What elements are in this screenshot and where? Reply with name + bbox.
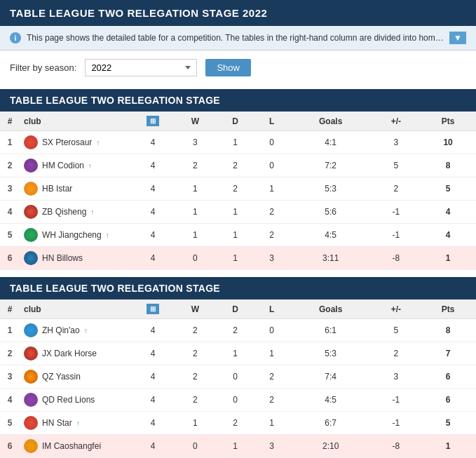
table-row: 5 WH Jiangcheng ↑ 4 1 1 2 4:5 -1 4 [0, 224, 476, 247]
col-diff: +/- [372, 112, 421, 131]
losses-cell: 1 [254, 342, 289, 365]
col-home-away2: ⊞ [132, 299, 174, 319]
club-name: HN Star [42, 418, 72, 428]
diff-cell: 2 [372, 177, 421, 201]
rank-cell: 4 [0, 389, 20, 412]
table-row: 1 ZH Qin'ao ↑ 4 2 2 0 6:1 5 8 [0, 319, 476, 342]
club-cell: SX Pterosaur ↑ [20, 131, 132, 154]
table-row: 6 IM Caoshangfei 4 0 1 3 2:10 -8 1 [0, 435, 476, 458]
matches-cell: 4 [132, 319, 174, 342]
club-icon [24, 251, 38, 265]
goals-cell: 5:3 [290, 177, 372, 201]
trend-icon: ↑ [76, 419, 80, 427]
matches-cell: 4 [132, 435, 174, 458]
draws-cell: 0 [217, 365, 254, 389]
col-club2: club [20, 299, 132, 319]
club-icon [24, 439, 38, 453]
draws-cell: 2 [217, 177, 254, 201]
rank-cell: 2 [0, 342, 20, 365]
matches-cell: 4 [132, 389, 174, 412]
club-cell: QZ Yassin [20, 365, 132, 389]
club-cell: ZB Qisheng ↑ [20, 201, 132, 224]
club-cell: ZH Qin'ao ↑ [20, 319, 132, 342]
draws-cell: 2 [217, 154, 254, 177]
pts-cell: 6 [420, 365, 476, 389]
trend-icon: ↑ [96, 139, 100, 147]
wins-cell: 2 [174, 389, 217, 412]
wins-cell: 0 [174, 247, 217, 270]
pts-cell: 5 [420, 412, 476, 435]
club-name: HM Codion [42, 161, 84, 170]
matches-cell: 4 [132, 131, 174, 154]
goals-cell: 4:5 [290, 389, 372, 412]
table-row: 5 HN Star ↑ 4 1 2 1 6:7 -1 5 [0, 412, 476, 435]
losses-cell: 2 [254, 389, 289, 412]
col-l2: L [254, 299, 289, 319]
trend-icon: ↑ [84, 327, 88, 335]
wins-cell: 3 [174, 131, 217, 154]
losses-cell: 0 [254, 154, 289, 177]
goals-cell: 4:1 [290, 131, 372, 154]
table-row: 6 HN Billows 4 0 1 3 3:11 -8 1 [0, 247, 476, 270]
goals-cell: 4:5 [290, 224, 372, 247]
wins-cell: 2 [174, 365, 217, 389]
goals-cell: 3:11 [290, 247, 372, 270]
pts-cell: 8 [420, 319, 476, 342]
goals-cell: 7:4 [290, 365, 372, 389]
diff-cell: -1 [372, 412, 421, 435]
club-icon [24, 323, 38, 337]
page-wrapper: TABLE LEAGUE TWO RELEGATION STAGE 2022 i… [0, 0, 476, 458]
show-button[interactable]: Show [205, 59, 251, 76]
goals-cell: 5:6 [290, 201, 372, 224]
section1-title: TABLE LEAGUE TWO RELEGATION STAGE [0, 89, 476, 112]
pts-cell: 4 [420, 224, 476, 247]
matches-cell: 4 [132, 177, 174, 201]
col-l: L [254, 112, 289, 131]
club-name: ZH Qin'ao [42, 325, 80, 335]
wins-cell: 1 [174, 224, 217, 247]
losses-cell: 2 [254, 201, 289, 224]
matches-cell: 4 [132, 154, 174, 177]
club-cell: HM Codion ↑ [20, 154, 132, 177]
rank-cell: 3 [0, 365, 20, 389]
expand-button[interactable]: ▼ [449, 32, 466, 44]
goals-cell: 2:10 [290, 435, 372, 458]
draws-cell: 1 [217, 247, 254, 270]
table-row: 4 ZB Qisheng ↑ 4 1 1 2 5:6 -1 4 [0, 201, 476, 224]
goals-cell: 7:2 [290, 154, 372, 177]
losses-cell: 0 [254, 319, 289, 342]
club-icon [24, 182, 38, 196]
club-name: QD Red Lions [42, 395, 95, 405]
col-rank: # [0, 112, 20, 131]
matches-cell: 4 [132, 412, 174, 435]
matches-cell: 4 [132, 224, 174, 247]
club-name: JX Dark Horse [42, 349, 97, 358]
season-select[interactable]: 2022 2021 2020 2019 [85, 59, 197, 76]
losses-cell: 2 [254, 224, 289, 247]
section1-table: # club ⊞ W D L Goals +/- Pts 1 SX Pteros… [0, 112, 476, 270]
club-cell: IM Caoshangfei [20, 435, 132, 458]
club-cell: HN Star ↑ [20, 412, 132, 435]
rank-cell: 6 [0, 247, 20, 270]
draws-cell: 1 [217, 342, 254, 365]
col-diff2: +/- [372, 299, 421, 319]
matches-cell: 4 [132, 342, 174, 365]
rank-cell: 6 [0, 435, 20, 458]
matches-cell: 4 [132, 365, 174, 389]
wins-cell: 2 [174, 342, 217, 365]
filter-row: Filter by season: 2022 2021 2020 2019 Sh… [0, 50, 476, 85]
club-name: IM Caoshangfei [42, 441, 101, 451]
club-cell: WH Jiangcheng ↑ [20, 224, 132, 247]
wins-cell: 2 [174, 154, 217, 177]
col-w: W [174, 112, 217, 131]
filter-label: Filter by season: [10, 62, 76, 73]
losses-cell: 3 [254, 435, 289, 458]
diff-cell: 3 [372, 365, 421, 389]
diff-cell: -8 [372, 435, 421, 458]
pts-cell: 1 [420, 247, 476, 270]
col-club: club [20, 112, 132, 131]
table-row: 2 HM Codion ↑ 4 2 2 0 7:2 5 8 [0, 154, 476, 177]
draws-cell: 1 [217, 131, 254, 154]
losses-cell: 1 [254, 177, 289, 201]
draws-cell: 0 [217, 389, 254, 412]
